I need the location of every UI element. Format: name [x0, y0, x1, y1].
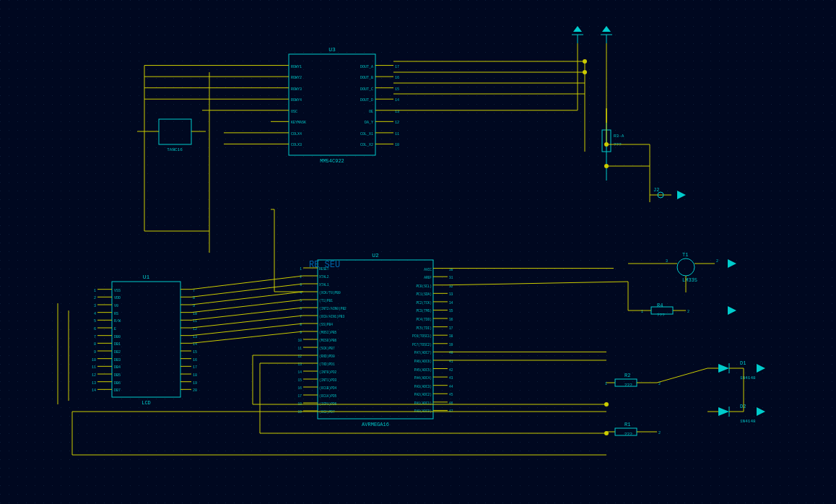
schematic-canvas: [0, 0, 836, 504]
schematic-view: [0, 0, 836, 504]
